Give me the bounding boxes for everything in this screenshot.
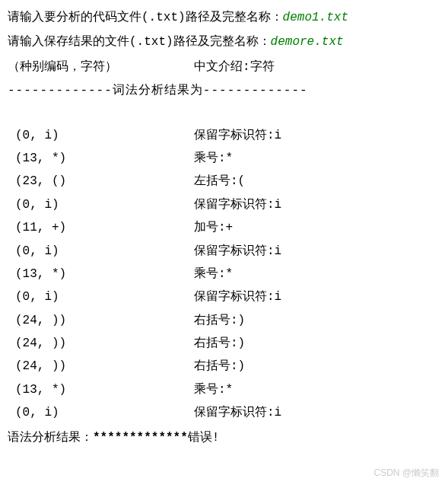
token-row: (0, i) 保留字标识符:i (8, 124, 440, 147)
divider-line: -------------词法分析结果为------------- (8, 78, 440, 102)
token-desc: 保留字标识符:i (194, 193, 440, 216)
divider-label: 词法分析结果为 (113, 82, 203, 97)
token-desc: 右括号:) (194, 332, 440, 355)
token-row: (0, i) 保留字标识符:i (8, 240, 440, 263)
prompt-label-1: 请输入要分析的代码文件(.txt)路径及完整名称： (8, 11, 283, 24)
token-desc: 乘号:* (194, 378, 440, 401)
result-text: 错误! (188, 431, 220, 445)
prompt-line-2: 请输入保存结果的文件(.txt)路径及完整名称：demore.txt (8, 30, 440, 53)
token-row: (11, +) 加号:+ (8, 216, 440, 239)
token-pair: (0, i) (15, 285, 194, 308)
token-pair: (11, +) (15, 216, 194, 239)
token-pair: (0, i) (15, 401, 194, 424)
token-pair: (13, *) (15, 147, 194, 170)
token-row: (0, i) 保留字标识符:i (8, 285, 440, 308)
prompt-line-1: 请输入要分析的代码文件(.txt)路径及完整名称：demo1.txt (8, 6, 440, 29)
token-desc: 右括号:) (194, 309, 440, 332)
token-pair: (24, )) (15, 332, 194, 355)
token-desc: 保留字标识符:i (194, 401, 440, 424)
syntax-result-line: 语法分析结果：*************错误! (8, 426, 440, 449)
token-desc: 左括号:( (194, 170, 440, 193)
token-pair: (0, i) (15, 193, 194, 216)
token-desc: 乘号:* (194, 263, 440, 285)
token-row: (0, i) 保留字标识符:i (8, 193, 440, 216)
column-header-row: （种别编码，字符） 中文介绍:字符 (8, 56, 440, 78)
divider-dashes-right: ------------- (203, 84, 308, 97)
prompt-value-2: demore.txt (271, 35, 344, 49)
token-row: (24, )) 右括号:) (8, 355, 440, 378)
token-pair: (13, *) (15, 263, 194, 285)
token-row: (24, )) 右括号:) (8, 332, 440, 355)
token-pair: (24, )) (15, 309, 194, 332)
column-header-right: 中文介绍:字符 (194, 56, 440, 78)
token-row: (13, *) 乘号:* (8, 263, 440, 285)
result-stars: ************* (93, 431, 188, 445)
token-pair: (24, )) (15, 355, 194, 378)
token-row: (13, *) 乘号:* (8, 147, 440, 170)
token-row: (13, *) 乘号:* (8, 378, 440, 401)
result-label: 语法分析结果： (8, 431, 93, 445)
token-row: (23, () 左括号:( (8, 170, 440, 193)
token-pair: (0, i) (15, 124, 194, 147)
token-desc: 加号:+ (194, 216, 440, 239)
prompt-label-2: 请输入保存结果的文件(.txt)路径及完整名称： (8, 35, 271, 49)
token-row: (24, )) 右括号:) (8, 309, 440, 332)
token-desc: 右括号:) (194, 355, 440, 378)
token-desc: 乘号:* (194, 147, 440, 170)
divider-dashes-left: ------------- (8, 84, 113, 97)
token-desc: 保留字标识符:i (194, 124, 440, 147)
token-desc: 保留字标识符:i (194, 240, 440, 263)
token-pair: (13, *) (15, 378, 194, 401)
column-header-left: （种别编码，字符） (8, 56, 194, 78)
token-pair: (23, () (15, 170, 194, 193)
token-pair: (0, i) (15, 240, 194, 263)
token-desc: 保留字标识符:i (194, 285, 440, 308)
prompt-value-1: demo1.txt (283, 11, 348, 24)
token-row: (0, i) 保留字标识符:i (8, 401, 440, 424)
token-list: (0, i) 保留字标识符:i (13, *) 乘号:* (23, () 左括号… (8, 124, 440, 425)
